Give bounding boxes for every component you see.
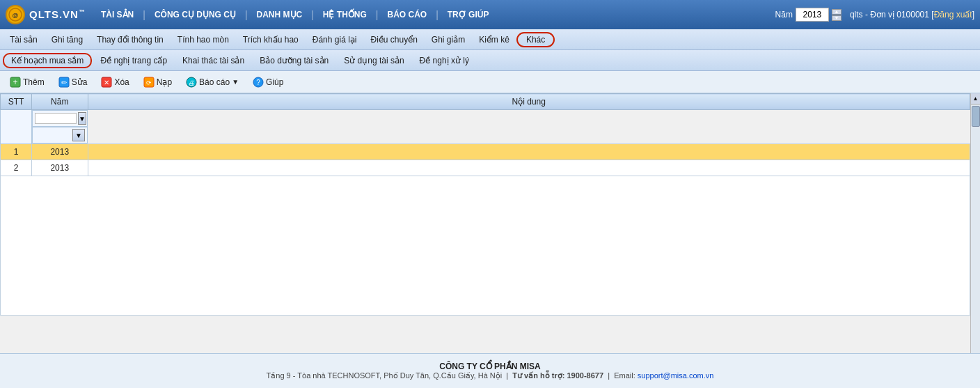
filter-nam-button[interactable]: ▼: [78, 112, 86, 125]
table-row-empty: [1, 176, 970, 316]
second-navigation: Tài sản Ghi tăng Thay đổi thông tin Tính…: [0, 29, 980, 50]
second-nav-ghi-giam[interactable]: Ghi giảm: [425, 31, 472, 48]
footer-address: Tầng 9 - Tòa nhà TECHNOSOFT, Phố Duy Tân…: [267, 371, 714, 380]
nav-bao-cao[interactable]: BÁO CÁO: [380, 6, 434, 24]
xoa-button[interactable]: ✕ Xóa: [95, 75, 134, 90]
second-nav-kiem-ke[interactable]: Kiểm kê: [472, 31, 516, 48]
svg-text:+: +: [13, 77, 17, 87]
year-area: Năm 2013 ▲ ▼ qlts - Đơn vị 0100001 [Đăng…: [775, 8, 974, 22]
nav-tro-giup[interactable]: TRỢ GIÚP: [441, 6, 496, 24]
third-nav-khai-thac-tai-san[interactable]: Khai thác tài sản: [175, 53, 251, 68]
nap-icon: ⟳: [143, 77, 155, 88]
table-row[interactable]: 1 2013: [1, 144, 970, 160]
second-nav-danh-gia-lai[interactable]: Đánh giá lại: [306, 31, 364, 48]
nav-cong-cu-dung-cu[interactable]: CÔNG CỤ DỤNG CỤ: [148, 6, 243, 24]
col-header-noi-dung: Nội dung: [88, 94, 970, 110]
nap-label: Nạp: [157, 77, 172, 87]
second-nav-ghi-tang[interactable]: Ghi tăng: [45, 31, 90, 48]
filter-nam: ▼: [32, 110, 88, 127]
nav-tai-san[interactable]: TÀI SẢN: [94, 6, 141, 24]
nav-sep-5: |: [436, 9, 438, 20]
logout-link[interactable]: Đăng xuất: [934, 10, 972, 20]
second-nav-tai-san[interactable]: Tài sản: [3, 31, 45, 48]
svg-text:🖨: 🖨: [189, 79, 195, 86]
col-header-nam: Năm: [32, 94, 88, 110]
toolbar: + Thêm ✏ Sửa ✕ Xóa ⟳ Nạp: [0, 71, 980, 93]
footer-email-label: Email:: [614, 371, 635, 380]
giup-label: Giúp: [266, 77, 283, 87]
nap-button[interactable]: ⟳ Nạp: [138, 75, 177, 90]
main-table: STT Năm Nội dung ▼ ▼ 1: [0, 93, 970, 316]
them-icon: +: [10, 77, 21, 88]
xoa-icon: ✕: [101, 77, 112, 88]
sua-button[interactable]: ✏ Sửa: [53, 75, 93, 90]
third-nav-de-nghi-xu-ly[interactable]: Đề nghị xử lý: [413, 53, 476, 68]
giup-button[interactable]: ? Giúp: [247, 75, 289, 90]
filter-noi-dung: ▼: [32, 127, 88, 143]
col-header-stt: STT: [1, 94, 32, 110]
svg-text:@: @: [13, 12, 19, 19]
giup-icon: ?: [253, 77, 264, 88]
table-header-row: STT Năm Nội dung: [1, 94, 970, 110]
logo-icon: @: [6, 5, 25, 24]
logo-area: @ QLTS.VN™: [6, 5, 86, 24]
year-spinner: ▲ ▼: [832, 9, 841, 21]
second-nav-dieu-chuyen[interactable]: Điều chuyển: [363, 31, 424, 48]
scrollbar-thumb[interactable]: [972, 106, 980, 127]
year-label: Năm: [775, 10, 793, 20]
cell-noi-dung-2: [88, 160, 970, 176]
filter-noi-dung-button[interactable]: ▼: [72, 129, 85, 141]
nav-sep-3: |: [311, 9, 314, 20]
user-info: qlts - Đơn vị 0100001 [Đăng xuất]: [850, 10, 974, 20]
filter-nam-input[interactable]: [35, 113, 77, 124]
footer-hotline-label: Tư vấn hỗ trợ:: [512, 371, 564, 380]
year-up-button[interactable]: ▲: [832, 9, 841, 15]
sua-icon: ✏: [58, 77, 70, 88]
year-down-button[interactable]: ▼: [832, 15, 841, 21]
nav-danh-muc[interactable]: DANH MỤC: [250, 6, 310, 24]
cell-nam-1: 2013: [32, 144, 88, 160]
nav-he-thong[interactable]: HỆ THỐNG: [316, 6, 374, 24]
cell-stt-1: 1: [1, 144, 32, 160]
bao-cao-button[interactable]: 🖨 Báo cáo ▼: [180, 75, 244, 90]
nav-sep-2: |: [245, 9, 248, 20]
logo-text: QLTS.VN™: [29, 8, 86, 21]
bao-cao-icon: 🖨: [186, 77, 197, 88]
svg-text:✏: ✏: [61, 79, 68, 86]
xoa-label: Xóa: [114, 77, 129, 87]
year-input[interactable]: 2013: [796, 8, 829, 22]
top-navigation: @ QLTS.VN™ TÀI SẢN | CÔNG CỤ DỤNG CỤ | D…: [0, 0, 980, 29]
cell-noi-dung-1: [88, 144, 970, 160]
scroll-area: STT Năm Nội dung ▼ ▼ 1: [0, 93, 980, 353]
third-nav-su-dung-tai-san[interactable]: Sử dụng tài sản: [337, 53, 411, 68]
them-label: Thêm: [23, 77, 45, 87]
nav-sep-1: |: [143, 9, 145, 20]
footer-company: CÔNG TY CỔ PHẦN MISA: [439, 362, 540, 371]
third-nav-bao-duong-tai-san[interactable]: Bảo dưỡng tài sản: [253, 53, 335, 68]
footer: CÔNG TY CỔ PHẦN MISA Tầng 9 - Tòa nhà TE…: [0, 353, 980, 388]
nav-sep-4: |: [376, 9, 379, 20]
second-nav-trich-khau-hao[interactable]: Trích khấu hao: [236, 31, 306, 48]
footer-email-link[interactable]: support@misa.com.vn: [638, 371, 714, 380]
table-wrapper[interactable]: STT Năm Nội dung ▼ ▼ 1: [0, 93, 970, 353]
third-nav-de-nghi-trang-cap[interactable]: Đề nghị trang cấp: [93, 53, 174, 68]
second-nav-thay-doi-thong-tin[interactable]: Thay đổi thông tin: [90, 31, 171, 48]
second-nav-tinh-hao-mon[interactable]: Tính hao mòn: [171, 31, 236, 48]
cell-nam-2: 2013: [32, 160, 88, 176]
them-button[interactable]: + Thêm: [4, 75, 50, 90]
sua-label: Sửa: [72, 77, 88, 87]
cell-stt-2: 2: [1, 160, 32, 176]
svg-text:⟳: ⟳: [146, 79, 152, 86]
bao-cao-dropdown-icon: ▼: [232, 78, 239, 86]
table-filter-row: ▼ ▼: [1, 110, 970, 144]
scrollbar-up-button[interactable]: ▲: [971, 93, 981, 104]
second-nav-khac[interactable]: Khác: [516, 32, 555, 47]
bao-cao-label: Báo cáo: [199, 77, 230, 87]
svg-text:?: ?: [256, 79, 260, 86]
third-navigation: Kế hoạch mua sắm Đề nghị trang cấp Khai …: [0, 50, 980, 71]
scrollbar: ▲: [970, 93, 980, 353]
table-row[interactable]: 2 2013: [1, 160, 970, 176]
third-nav-ke-hoach-mua-sam[interactable]: Kế hoạch mua sắm: [3, 53, 92, 68]
footer-address-text: Tầng 9 - Tòa nhà TECHNOSOFT, Phố Duy Tân…: [267, 371, 503, 380]
top-nav-items: TÀI SẢN | CÔNG CỤ DỤNG CỤ | DANH MỤC | H…: [94, 6, 775, 24]
